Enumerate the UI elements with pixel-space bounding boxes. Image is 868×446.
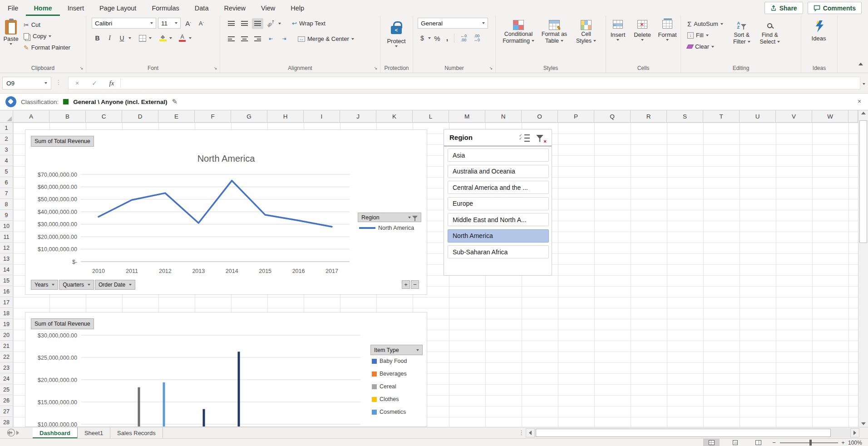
ribbon-tab-view[interactable]: View bbox=[253, 0, 283, 16]
slicer-item-north-america[interactable]: North America bbox=[448, 229, 549, 243]
chevron-down-icon[interactable] bbox=[128, 37, 131, 39]
scroll-left-arrow[interactable] bbox=[526, 428, 535, 437]
pivot-field-button-quarters[interactable]: Quarters bbox=[59, 280, 94, 290]
share-button[interactable]: Share bbox=[764, 2, 803, 14]
slicer-item-sub-saharan-africa[interactable]: Sub-Saharan Africa bbox=[448, 245, 549, 258]
zoom-level[interactable]: 100% bbox=[848, 440, 862, 446]
zoom-out-button[interactable]: − bbox=[771, 439, 777, 446]
paste-button[interactable]: Paste bbox=[0, 18, 22, 61]
row-header-16[interactable]: 16 bbox=[0, 286, 13, 297]
row-header-15[interactable]: 15 bbox=[0, 275, 13, 286]
align-bottom-button[interactable] bbox=[252, 18, 263, 29]
borders-button[interactable] bbox=[137, 33, 148, 44]
font-size-combo[interactable]: 11 bbox=[158, 18, 181, 29]
bar-chart-item-type[interactable]: $30,000,000.00$25,000,000.00$20,000,000.… bbox=[25, 312, 427, 427]
sheet-tab-dashboard[interactable]: Dashboard bbox=[33, 427, 78, 438]
chevron-down-icon[interactable] bbox=[189, 37, 192, 39]
chevron-down-icon[interactable] bbox=[169, 37, 172, 39]
decrease-indent-button[interactable]: ⇤ bbox=[265, 34, 276, 45]
decrease-decimal-button[interactable]: .00 →0 bbox=[471, 33, 483, 44]
row-header-23[interactable]: 23 bbox=[0, 362, 13, 373]
line-chart-north-america[interactable]: $70,000,000.00$60,000,000.00$50,000,000.… bbox=[25, 129, 427, 295]
row-header-19[interactable]: 19 bbox=[0, 319, 13, 330]
ribbon-tab-page-layout[interactable]: Page Layout bbox=[92, 0, 144, 16]
pivot-field-button-years[interactable]: Years bbox=[31, 280, 58, 290]
comments-button[interactable]: Comments bbox=[808, 2, 862, 14]
row-header-3[interactable]: 3 bbox=[0, 144, 13, 155]
row-header-8[interactable]: 8 bbox=[0, 199, 13, 210]
close-classification-icon[interactable]: × bbox=[855, 98, 863, 105]
wrap-text-button[interactable]: ↩Wrap Text bbox=[292, 18, 326, 29]
row-header-20[interactable]: 20 bbox=[0, 330, 13, 341]
decrease-font-size-button[interactable]: Aˇ bbox=[196, 18, 207, 29]
horizontal-scroll-thumb[interactable] bbox=[536, 429, 831, 437]
column-header-j[interactable]: J bbox=[340, 110, 376, 123]
column-header-c[interactable]: C bbox=[86, 110, 122, 123]
expand-formula-bar-button[interactable] bbox=[863, 79, 865, 86]
row-header-13[interactable]: 13 bbox=[0, 253, 13, 264]
normal-view-button[interactable] bbox=[703, 439, 720, 446]
row-header-6[interactable]: 6 bbox=[0, 177, 13, 188]
italic-button[interactable]: I bbox=[104, 33, 115, 44]
chevron-down-icon[interactable] bbox=[278, 23, 281, 25]
dialog-launcher-icon[interactable]: ↘ bbox=[79, 65, 84, 71]
insert-function-icon[interactable]: fx bbox=[103, 79, 120, 87]
multi-select-icon[interactable]: ✓✓ bbox=[519, 134, 530, 142]
dialog-launcher-icon[interactable]: ↘ bbox=[488, 65, 494, 71]
sort-filter-button[interactable]: AZ Sort & Filter bbox=[728, 18, 756, 61]
row-header-12[interactable]: 12 bbox=[0, 243, 13, 253]
horizontal-scrollbar[interactable] bbox=[535, 428, 850, 437]
prev-sheet-arrow[interactable] bbox=[7, 431, 10, 435]
pivot-value-field-button[interactable]: Sum of Total Revenue bbox=[31, 318, 94, 329]
autosum-button[interactable]: ΣAutoSum bbox=[686, 18, 725, 30]
column-header-f[interactable]: F bbox=[195, 110, 231, 123]
collapse-entire-field-button[interactable]: − bbox=[411, 280, 419, 289]
page-layout-view-button[interactable] bbox=[727, 439, 743, 446]
column-header-w[interactable]: W bbox=[812, 110, 848, 123]
column-header-partial[interactable] bbox=[848, 110, 858, 123]
row-header-5[interactable]: 5 bbox=[0, 166, 13, 177]
column-header-m[interactable]: M bbox=[449, 110, 485, 123]
row-header-26[interactable]: 26 bbox=[0, 395, 13, 406]
slicer-item-asia[interactable]: Asia bbox=[448, 149, 549, 162]
vertical-scrollbar[interactable] bbox=[858, 110, 868, 427]
ribbon-tab-insert[interactable]: Insert bbox=[60, 0, 92, 16]
column-header-t[interactable]: T bbox=[703, 110, 740, 123]
sheet-tab-sales-records[interactable]: Sales Records bbox=[110, 427, 163, 438]
pivot-field-button-order-date[interactable]: Order Date bbox=[95, 280, 135, 290]
clear-filter-icon[interactable]: × bbox=[535, 133, 546, 143]
tab-bar-splitter[interactable]: ⋮ bbox=[518, 429, 524, 436]
row-header-14[interactable]: 14 bbox=[0, 264, 13, 275]
column-header-q[interactable]: Q bbox=[594, 110, 631, 123]
ribbon-tab-review[interactable]: Review bbox=[216, 0, 253, 16]
region-slicer[interactable]: Region ✓✓ × AsiaAustralia and OceaniaCen… bbox=[444, 129, 552, 276]
row-header-9[interactable]: 9 bbox=[0, 210, 13, 221]
scroll-right-arrow[interactable] bbox=[850, 428, 859, 437]
ribbon-tab-home[interactable]: Home bbox=[26, 0, 59, 16]
expand-entire-field-button[interactable]: + bbox=[402, 280, 410, 289]
clear-button[interactable]: Clear bbox=[686, 41, 725, 52]
align-left-button[interactable] bbox=[226, 34, 237, 45]
font-name-combo[interactable]: Calibri bbox=[92, 18, 156, 29]
pivot-value-field-button[interactable]: Sum of Total Revenue bbox=[31, 136, 94, 147]
row-header-24[interactable]: 24 bbox=[0, 373, 13, 384]
chevron-down-icon[interactable] bbox=[428, 37, 431, 39]
sheet-tab-sheet1[interactable]: Sheet1 bbox=[78, 427, 110, 438]
protect-button[interactable]: < Protect bbox=[380, 18, 412, 61]
row-header-10[interactable]: 10 bbox=[0, 221, 13, 232]
zoom-slider-track[interactable] bbox=[780, 442, 838, 443]
comma-style-button[interactable]: , bbox=[444, 33, 451, 44]
align-middle-button[interactable] bbox=[239, 18, 250, 29]
slicer-item-middle-east-and-north-a[interactable]: Middle East and North A... bbox=[448, 213, 549, 226]
cancel-icon[interactable]: × bbox=[69, 79, 86, 87]
find-select-button[interactable]: Find & Select bbox=[756, 18, 784, 61]
format-painter-button[interactable]: ✎Format Painter bbox=[22, 42, 72, 53]
format-cells-button[interactable]: Format bbox=[656, 18, 679, 61]
column-header-d[interactable]: D bbox=[122, 110, 158, 123]
ribbon-tab-data[interactable]: Data bbox=[187, 0, 217, 16]
ribbon-tab-formulas[interactable]: Formulas bbox=[144, 0, 187, 16]
merge-center-button[interactable]: ↔Merge & Center bbox=[298, 33, 354, 45]
font-color-button[interactable]: A bbox=[177, 33, 188, 44]
column-header-o[interactable]: O bbox=[522, 110, 558, 123]
underline-button[interactable]: U bbox=[116, 33, 128, 44]
